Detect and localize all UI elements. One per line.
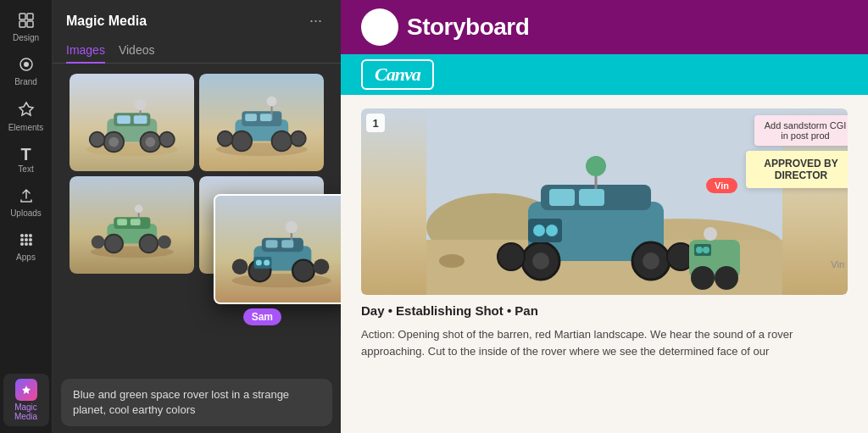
svg-rect-76 (281, 240, 293, 247)
sticky-note-pink: Add sandstorm CGI in post prod (754, 115, 848, 146)
svg-point-79 (264, 259, 270, 265)
svg-point-23 (108, 136, 119, 147)
svg-rect-3 (27, 21, 33, 27)
sidebar-item-design[interactable]: Design (3, 7, 49, 47)
rover-img-bg-1 (70, 74, 194, 171)
svg-point-35 (231, 130, 252, 151)
sticky-note-yellow: APPROVED BY DIRECTOR (746, 151, 848, 188)
svg-point-25 (145, 136, 155, 147)
rover-image-2[interactable] (199, 74, 324, 171)
co-logo-icon (361, 8, 398, 46)
rover-svg-1 (82, 84, 182, 162)
vin-label: Vin (831, 259, 844, 269)
svg-point-20 (134, 98, 146, 110)
svg-point-87 (439, 254, 465, 268)
svg-rect-0 (19, 14, 25, 19)
svg-point-108 (696, 247, 703, 253)
svg-point-13 (20, 242, 24, 246)
svg-rect-99 (579, 189, 604, 206)
svg-point-93 (532, 253, 549, 269)
svg-point-14 (25, 242, 28, 246)
brand-label: Brand (14, 77, 37, 86)
svg-point-48 (91, 235, 104, 248)
svg-point-78 (256, 259, 262, 265)
shot-title: Day • Establishing Shot • Pan (361, 303, 848, 318)
panel-menu-button[interactable]: ··· (304, 10, 327, 31)
svg-point-41 (91, 246, 174, 258)
svg-rect-40 (260, 114, 272, 121)
shot-number: 1 (366, 114, 385, 132)
tab-videos[interactable]: Videos (119, 38, 155, 64)
panel-title: Magic Media (66, 14, 147, 29)
uploads-icon (18, 187, 35, 207)
svg-point-11 (25, 238, 28, 241)
svg-point-47 (139, 234, 158, 253)
svg-point-27 (159, 131, 175, 147)
svg-rect-29 (133, 115, 147, 124)
sidebar-item-text[interactable]: T Text (3, 141, 49, 179)
svg-point-49 (158, 235, 171, 248)
icon-sidebar: Design Brand Elements T Text Uploads (0, 0, 53, 433)
svg-point-8 (25, 234, 28, 237)
svg-rect-75 (265, 240, 277, 247)
svg-rect-51 (131, 219, 141, 225)
svg-point-102 (546, 225, 558, 236)
svg-point-90 (586, 156, 606, 176)
svg-point-9 (29, 234, 32, 237)
storyboard-header: Storyboard (341, 0, 868, 54)
svg-point-26 (90, 131, 105, 147)
svg-point-36 (271, 130, 292, 151)
magic-media-label: Magic Media (7, 402, 46, 421)
storyboard-title: Storyboard (407, 14, 529, 41)
magic-media-icon (15, 379, 37, 401)
apps-label: Apps (16, 253, 36, 262)
rover-image-1[interactable] (70, 74, 194, 171)
svg-marker-16 (22, 386, 31, 394)
svg-point-33 (266, 96, 276, 106)
sidebar-item-magic-media[interactable]: Magic Media (3, 374, 49, 426)
svg-rect-39 (245, 114, 257, 121)
apps-icon (18, 231, 35, 251)
svg-point-72 (292, 259, 314, 281)
design-icon (18, 12, 35, 31)
svg-rect-1 (27, 14, 33, 19)
magic-media-panel: Magic Media ··· Images Videos (53, 0, 341, 433)
canva-logo-container: Canva (361, 59, 434, 90)
svg-point-12 (29, 238, 32, 241)
dragged-image[interactable] (214, 194, 341, 304)
svg-point-104 (704, 227, 717, 241)
sidebar-item-uploads[interactable]: Uploads (3, 182, 49, 223)
canva-banner: Canva (341, 54, 868, 95)
rover-image-3[interactable] (70, 176, 194, 274)
svg-rect-28 (117, 115, 131, 124)
svg-point-10 (20, 238, 24, 241)
prompt-box: Blue and green space rover lost in a str… (61, 379, 332, 426)
content-area: Storyboard Canva 1 (341, 0, 868, 433)
shot-description: Action: Opening shot of the barren, red … (361, 326, 848, 359)
rover-img-bg-2 (199, 74, 324, 171)
vin-bubble: Vin (706, 178, 737, 193)
co-svg (364, 12, 395, 42)
svg-point-38 (291, 130, 306, 146)
elements-icon (17, 100, 36, 121)
text-label: Text (18, 164, 33, 174)
sidebar-item-elements[interactable]: Elements (3, 95, 49, 137)
svg-rect-2 (19, 21, 25, 27)
sidebar-item-brand[interactable]: Brand (3, 51, 49, 92)
rover-img-bg-3 (70, 176, 194, 274)
svg-point-66 (231, 274, 331, 287)
svg-point-105 (691, 266, 715, 290)
text-icon: T (20, 146, 31, 163)
tab-images[interactable]: Images (66, 38, 105, 64)
svg-point-15 (29, 242, 32, 246)
svg-point-44 (134, 204, 142, 213)
svg-point-46 (104, 234, 123, 253)
svg-point-106 (715, 266, 738, 290)
svg-point-96 (498, 243, 525, 270)
brand-icon (18, 56, 35, 75)
rover-svg-3 (82, 186, 182, 264)
dragged-rover-svg (222, 201, 341, 297)
image-grid-wrapper: Sam (53, 74, 341, 372)
svg-point-73 (231, 258, 248, 275)
sidebar-item-apps[interactable]: Apps (3, 226, 49, 267)
